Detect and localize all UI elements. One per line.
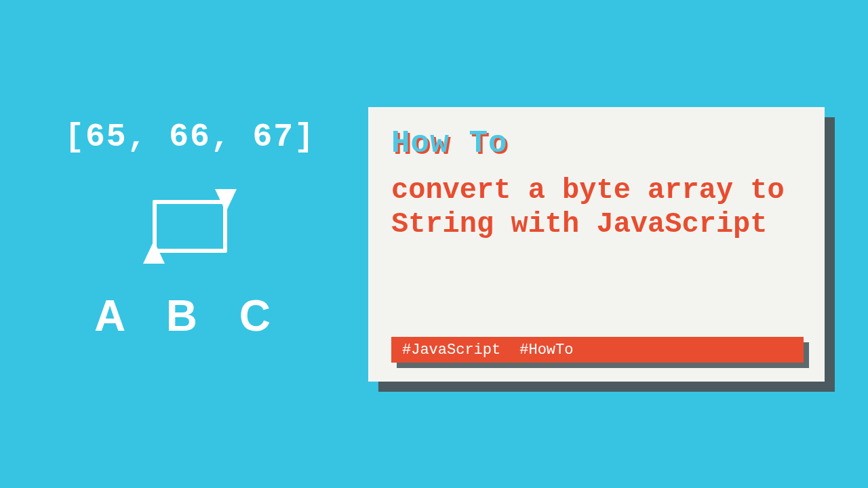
- result-string-text: A B C: [94, 291, 285, 341]
- illustration-panel: [65, 66, 67] A B C: [47, 119, 332, 341]
- convert-icon: [146, 189, 234, 264]
- card-eyebrow: How To: [391, 126, 802, 161]
- tag-bar: #JavaScript #HowTo: [391, 337, 804, 363]
- tag: #JavaScript: [402, 342, 500, 359]
- byte-array-text: [65, 66, 67]: [64, 119, 315, 155]
- info-card: How To convert a byte array to String wi…: [368, 107, 825, 382]
- tag: #HowTo: [519, 342, 573, 359]
